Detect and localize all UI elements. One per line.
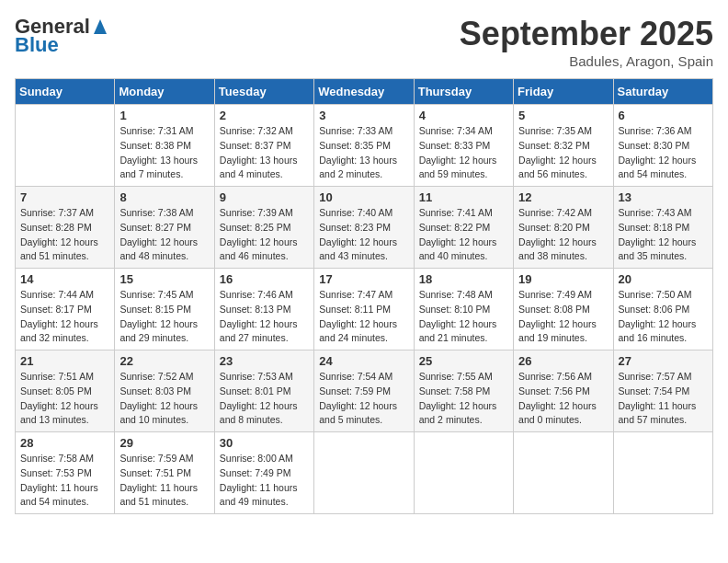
day-info: Sunrise: 7:59 AM Sunset: 7:51 PM Dayligh… <box>119 452 209 510</box>
day-number: 20 <box>619 272 708 286</box>
day-number: 22 <box>119 354 209 368</box>
calendar-cell: 9Sunrise: 7:39 AM Sunset: 8:25 PM Daylig… <box>214 187 313 269</box>
day-info: Sunrise: 7:41 AM Sunset: 8:22 PM Dayligh… <box>419 206 508 264</box>
day-info: Sunrise: 7:58 AM Sunset: 7:53 PM Dayligh… <box>20 452 109 510</box>
weekday-header-saturday: Saturday <box>613 79 712 105</box>
calendar-cell: 21Sunrise: 7:51 AM Sunset: 8:05 PM Dayli… <box>16 350 115 432</box>
day-info: Sunrise: 7:39 AM Sunset: 8:25 PM Dayligh… <box>220 206 309 264</box>
day-number: 9 <box>220 190 309 204</box>
calendar-cell: 30Sunrise: 8:00 AM Sunset: 7:49 PM Dayli… <box>214 432 313 514</box>
logo-text-blue: Blue <box>15 33 59 57</box>
calendar-cell: 8Sunrise: 7:38 AM Sunset: 8:27 PM Daylig… <box>115 187 214 269</box>
day-info: Sunrise: 7:40 AM Sunset: 8:23 PM Dayligh… <box>319 206 408 264</box>
calendar-cell: 16Sunrise: 7:46 AM Sunset: 8:13 PM Dayli… <box>214 269 313 350</box>
day-info: Sunrise: 8:00 AM Sunset: 7:49 PM Dayligh… <box>220 452 309 510</box>
svg-marker-0 <box>94 19 107 34</box>
location-subtitle: Badules, Aragon, Spain <box>460 53 713 69</box>
calendar-cell: 17Sunrise: 7:47 AM Sunset: 8:11 PM Dayli… <box>314 269 414 350</box>
weekday-header-wednesday: Wednesday <box>314 79 414 105</box>
day-info: Sunrise: 7:37 AM Sunset: 8:28 PM Dayligh… <box>20 206 109 264</box>
day-info: Sunrise: 7:53 AM Sunset: 8:01 PM Dayligh… <box>220 370 309 428</box>
calendar-cell: 6Sunrise: 7:36 AM Sunset: 8:30 PM Daylig… <box>613 105 712 187</box>
calendar-cell: 13Sunrise: 7:43 AM Sunset: 8:18 PM Dayli… <box>613 187 712 269</box>
calendar-cell: 4Sunrise: 7:34 AM Sunset: 8:33 PM Daylig… <box>414 105 513 187</box>
calendar-cell <box>514 432 613 514</box>
day-info: Sunrise: 7:36 AM Sunset: 8:30 PM Dayligh… <box>619 124 708 182</box>
day-number: 5 <box>518 109 608 122</box>
calendar-cell: 1Sunrise: 7:31 AM Sunset: 8:38 PM Daylig… <box>115 105 214 187</box>
day-number: 25 <box>419 354 508 368</box>
day-info: Sunrise: 7:54 AM Sunset: 7:59 PM Dayligh… <box>319 370 408 428</box>
calendar-cell <box>613 432 712 514</box>
day-number: 18 <box>419 272 508 286</box>
weekday-header-sunday: Sunday <box>16 79 115 105</box>
day-number: 2 <box>220 109 309 122</box>
day-info: Sunrise: 7:38 AM Sunset: 8:27 PM Dayligh… <box>119 206 209 264</box>
day-number: 14 <box>20 272 109 286</box>
calendar-cell: 28Sunrise: 7:58 AM Sunset: 7:53 PM Dayli… <box>16 432 115 514</box>
day-info: Sunrise: 7:50 AM Sunset: 8:06 PM Dayligh… <box>619 288 708 346</box>
day-number: 7 <box>20 190 109 204</box>
weekday-header-tuesday: Tuesday <box>214 79 313 105</box>
calendar-table: SundayMondayTuesdayWednesdayThursdayFrid… <box>15 78 713 514</box>
calendar-cell: 7Sunrise: 7:37 AM Sunset: 8:28 PM Daylig… <box>16 187 115 269</box>
day-number: 24 <box>319 354 408 368</box>
logo: General Blue <box>15 15 108 57</box>
calendar-cell: 29Sunrise: 7:59 AM Sunset: 7:51 PM Dayli… <box>115 432 214 514</box>
weekday-header-monday: Monday <box>115 79 214 105</box>
day-info: Sunrise: 7:42 AM Sunset: 8:20 PM Dayligh… <box>518 206 608 264</box>
day-info: Sunrise: 7:55 AM Sunset: 7:58 PM Dayligh… <box>419 370 508 428</box>
calendar-cell: 12Sunrise: 7:42 AM Sunset: 8:20 PM Dayli… <box>514 187 613 269</box>
day-number: 28 <box>20 436 109 450</box>
calendar-cell <box>16 105 115 187</box>
day-number: 23 <box>220 354 309 368</box>
day-info: Sunrise: 7:52 AM Sunset: 8:03 PM Dayligh… <box>119 370 209 428</box>
weekday-header-thursday: Thursday <box>414 79 513 105</box>
calendar-cell: 20Sunrise: 7:50 AM Sunset: 8:06 PM Dayli… <box>613 269 712 350</box>
calendar-cell: 15Sunrise: 7:45 AM Sunset: 8:15 PM Dayli… <box>115 269 214 350</box>
day-number: 10 <box>319 190 408 204</box>
day-number: 4 <box>419 109 508 122</box>
day-info: Sunrise: 7:57 AM Sunset: 7:54 PM Dayligh… <box>619 370 708 428</box>
day-number: 21 <box>20 354 109 368</box>
day-number: 16 <box>220 272 309 286</box>
day-number: 15 <box>119 272 209 286</box>
day-info: Sunrise: 7:43 AM Sunset: 8:18 PM Dayligh… <box>619 206 708 264</box>
calendar-cell: 5Sunrise: 7:35 AM Sunset: 8:32 PM Daylig… <box>514 105 613 187</box>
day-info: Sunrise: 7:34 AM Sunset: 8:33 PM Dayligh… <box>419 124 508 182</box>
day-number: 1 <box>119 109 209 122</box>
calendar-cell: 27Sunrise: 7:57 AM Sunset: 7:54 PM Dayli… <box>613 350 712 432</box>
day-info: Sunrise: 7:33 AM Sunset: 8:35 PM Dayligh… <box>319 124 408 182</box>
day-number: 19 <box>518 272 608 286</box>
day-number: 3 <box>319 109 408 122</box>
day-number: 17 <box>319 272 408 286</box>
title-block: September 2025 Badules, Aragon, Spain <box>460 15 713 69</box>
calendar-cell: 18Sunrise: 7:48 AM Sunset: 8:10 PM Dayli… <box>414 269 513 350</box>
day-number: 29 <box>119 436 209 450</box>
calendar-cell: 25Sunrise: 7:55 AM Sunset: 7:58 PM Dayli… <box>414 350 513 432</box>
day-info: Sunrise: 7:45 AM Sunset: 8:15 PM Dayligh… <box>119 288 209 346</box>
logo-icon <box>92 16 108 36</box>
calendar-cell <box>314 432 414 514</box>
calendar-cell: 11Sunrise: 7:41 AM Sunset: 8:22 PM Dayli… <box>414 187 513 269</box>
calendar-cell: 10Sunrise: 7:40 AM Sunset: 8:23 PM Dayli… <box>314 187 414 269</box>
day-number: 6 <box>619 109 708 122</box>
day-info: Sunrise: 7:31 AM Sunset: 8:38 PM Dayligh… <box>119 124 209 182</box>
day-info: Sunrise: 7:46 AM Sunset: 8:13 PM Dayligh… <box>220 288 309 346</box>
calendar-cell: 24Sunrise: 7:54 AM Sunset: 7:59 PM Dayli… <box>314 350 414 432</box>
day-info: Sunrise: 7:56 AM Sunset: 7:56 PM Dayligh… <box>518 370 608 428</box>
page-header: General Blue September 2025 Badules, Ara… <box>15 15 713 69</box>
calendar-cell: 22Sunrise: 7:52 AM Sunset: 8:03 PM Dayli… <box>115 350 214 432</box>
calendar-cell: 19Sunrise: 7:49 AM Sunset: 8:08 PM Dayli… <box>514 269 613 350</box>
day-info: Sunrise: 7:47 AM Sunset: 8:11 PM Dayligh… <box>319 288 408 346</box>
day-number: 11 <box>419 190 508 204</box>
day-number: 13 <box>619 190 708 204</box>
calendar-cell: 23Sunrise: 7:53 AM Sunset: 8:01 PM Dayli… <box>214 350 313 432</box>
day-info: Sunrise: 7:49 AM Sunset: 8:08 PM Dayligh… <box>518 288 608 346</box>
day-info: Sunrise: 7:44 AM Sunset: 8:17 PM Dayligh… <box>20 288 109 346</box>
day-number: 26 <box>518 354 608 368</box>
day-info: Sunrise: 7:48 AM Sunset: 8:10 PM Dayligh… <box>419 288 508 346</box>
calendar-cell: 14Sunrise: 7:44 AM Sunset: 8:17 PM Dayli… <box>16 269 115 350</box>
day-info: Sunrise: 7:35 AM Sunset: 8:32 PM Dayligh… <box>518 124 608 182</box>
calendar-cell <box>414 432 513 514</box>
